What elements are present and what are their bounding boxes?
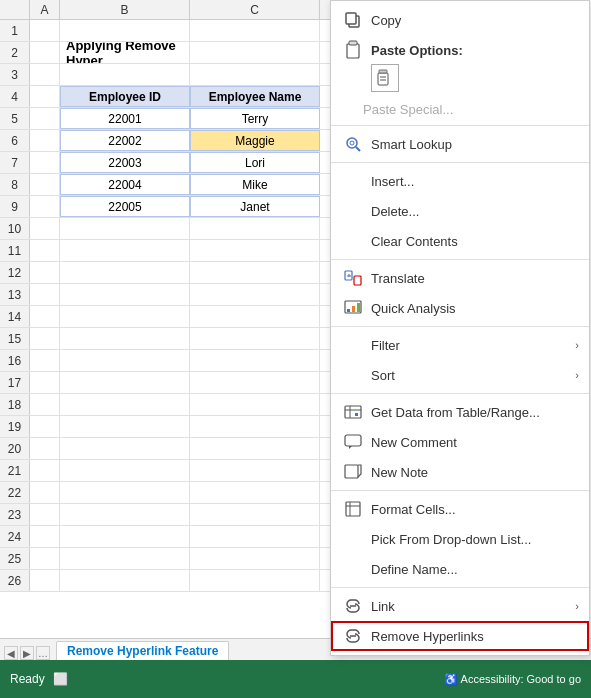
new-comment-label: New Comment <box>371 435 457 450</box>
tab-nav-next[interactable]: ▶ <box>20 646 34 660</box>
cell-c8[interactable]: Mike <box>190 174 320 195</box>
cell-c3[interactable] <box>190 64 320 85</box>
svg-rect-24 <box>345 465 358 478</box>
clear-contents-icon <box>343 231 363 251</box>
quick-analysis-label: Quick Analysis <box>371 301 456 316</box>
svg-point-8 <box>347 138 357 148</box>
row-num-3[interactable]: 3 <box>0 64 30 85</box>
menu-item-filter[interactable]: Filter › <box>331 330 589 360</box>
cell-b6[interactable]: 22002 <box>60 130 190 151</box>
cell-b2[interactable]: Applying Remove Hyper <box>60 42 190 63</box>
cell-c2[interactable] <box>190 42 320 63</box>
table-row: 17 <box>0 372 334 394</box>
define-name-icon <box>343 559 363 579</box>
menu-item-link[interactable]: Link › <box>331 591 589 621</box>
menu-item-format-cells[interactable]: Format Cells... <box>331 494 589 524</box>
table-row: 15 <box>0 328 334 350</box>
row-num-7[interactable]: 7 <box>0 152 30 173</box>
row-num-1[interactable]: 1 <box>0 20 30 41</box>
col-header-b[interactable]: B <box>60 0 190 19</box>
tab-nav-prev[interactable]: ◀ <box>4 646 18 660</box>
table-row: 22 <box>0 482 334 504</box>
menu-item-smart-lookup[interactable]: Smart Lookup <box>331 129 589 159</box>
menu-item-remove-hyperlinks[interactable]: Remove Hyperlinks <box>331 621 589 651</box>
menu-item-new-comment[interactable]: New Comment <box>331 427 589 457</box>
menu-item-insert[interactable]: Insert... <box>331 166 589 196</box>
cell-b4-header[interactable]: Employee ID <box>60 86 190 107</box>
cell-b8[interactable]: 22004 <box>60 174 190 195</box>
delete-label: Delete... <box>371 204 419 219</box>
svg-rect-16 <box>347 309 350 312</box>
table-row: 12 <box>0 262 334 284</box>
svg-rect-2 <box>347 44 359 58</box>
row-num-4[interactable]: 4 <box>0 86 30 107</box>
cell-a3[interactable] <box>30 64 60 85</box>
menu-item-new-note[interactable]: New Note <box>331 457 589 487</box>
cell-c6[interactable]: Maggie <box>190 130 320 151</box>
row-num-9[interactable]: 9 <box>0 196 30 217</box>
cell-a7[interactable] <box>30 152 60 173</box>
tab-navigation: ◀ ▶ … <box>4 646 52 660</box>
col-header-a[interactable]: A <box>30 0 60 19</box>
cell-a6[interactable] <box>30 130 60 151</box>
get-data-icon <box>343 402 363 422</box>
status-left: Ready ⬜ <box>10 672 68 686</box>
menu-item-copy[interactable]: Copy <box>331 5 589 35</box>
cell-b7[interactable]: 22003 <box>60 152 190 173</box>
menu-item-pick-dropdown[interactable]: Pick From Drop-down List... <box>331 524 589 554</box>
quick-analysis-icon <box>343 298 363 318</box>
paste-icon <box>343 40 363 60</box>
cell-c7[interactable]: Lori <box>190 152 320 173</box>
menu-item-sort[interactable]: Sort › <box>331 360 589 390</box>
table-row: 2 Applying Remove Hyper <box>0 42 334 64</box>
cell-a8[interactable] <box>30 174 60 195</box>
menu-item-translate[interactable]: Translate <box>331 263 589 293</box>
table-row: 10 <box>0 218 334 240</box>
cell-a9[interactable] <box>30 196 60 217</box>
table-row: 4 Employee ID Employee Name <box>0 86 334 108</box>
menu-item-quick-analysis[interactable]: Quick Analysis <box>331 293 589 323</box>
menu-item-paste-options: Paste Options: <box>331 35 589 97</box>
menu-separator <box>331 393 589 394</box>
column-headers: A B C <box>0 0 334 20</box>
col-header-c[interactable]: C <box>190 0 320 19</box>
translate-icon <box>343 268 363 288</box>
cell-c1[interactable] <box>190 20 320 41</box>
row-num-8[interactable]: 8 <box>0 174 30 195</box>
svg-marker-23 <box>349 446 352 449</box>
cell-a1[interactable] <box>30 20 60 41</box>
row-num-6[interactable]: 6 <box>0 130 30 151</box>
svg-point-10 <box>350 141 354 145</box>
row-num-5[interactable]: 5 <box>0 108 30 129</box>
menu-item-clear-contents[interactable]: Clear Contents <box>331 226 589 256</box>
menu-item-define-name[interactable]: Define Name... <box>331 554 589 584</box>
cell-b5[interactable]: 22001 <box>60 108 190 129</box>
paste-options-label: Paste Options: <box>371 43 463 58</box>
cell-b1[interactable] <box>60 20 190 41</box>
cell-c4-header[interactable]: Employee Name <box>190 86 320 107</box>
menu-item-get-data[interactable]: Get Data from Table/Range... <box>331 397 589 427</box>
link-icon <box>343 596 363 616</box>
svg-rect-12 <box>354 276 361 285</box>
cell-c5[interactable]: Terry <box>190 108 320 129</box>
svg-rect-3 <box>349 41 357 45</box>
table-row: 11 <box>0 240 334 262</box>
sort-icon <box>343 365 363 385</box>
insert-icon <box>343 171 363 191</box>
cell-b9[interactable]: 22005 <box>60 196 190 217</box>
svg-line-9 <box>356 147 360 151</box>
cell-c9[interactable]: Janet <box>190 196 320 217</box>
cell-a5[interactable] <box>30 108 60 129</box>
menu-item-paste-special[interactable]: Paste Special... <box>331 97 589 122</box>
cell-b3[interactable] <box>60 64 190 85</box>
table-row: 6 22002 Maggie <box>0 130 334 152</box>
menu-separator <box>331 490 589 491</box>
svg-rect-25 <box>346 502 360 516</box>
tab-nav-menu[interactable]: … <box>36 646 50 660</box>
cell-a2[interactable] <box>30 42 60 63</box>
cell-a4[interactable] <box>30 86 60 107</box>
sheet-tab-remove-hyperlink[interactable]: Remove Hyperlink Feature <box>56 641 229 660</box>
menu-item-delete[interactable]: Delete... <box>331 196 589 226</box>
row-num-2[interactable]: 2 <box>0 42 30 63</box>
paste-option-1[interactable] <box>371 64 399 92</box>
